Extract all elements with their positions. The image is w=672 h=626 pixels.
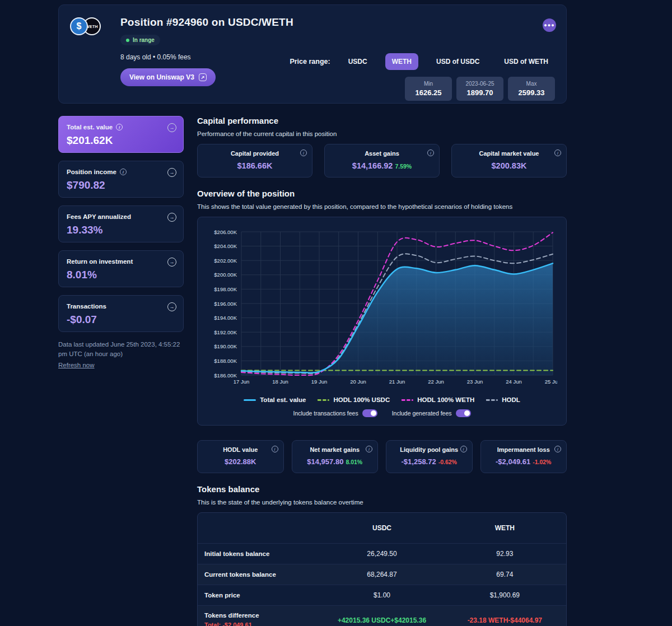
range-current-label: 2023-06-25 [463,81,497,87]
asset-gains-label: Asset gains [332,150,432,157]
range-min-value: 1626.25 [412,88,445,97]
info-icon[interactable]: i [554,446,561,452]
token-pair-icons: $ WETH [70,17,101,35]
svg-text:$190.00K: $190.00K [214,343,237,349]
info-icon[interactable]: i [554,150,561,156]
view-on-uniswap-label: View on Uniswap V3 [129,73,194,81]
table-row: Token price $1.00 $1,900.69 [198,585,566,606]
legend-line-icon [486,399,498,401]
info-icon[interactable]: i [120,169,127,175]
overview-title: Overview of the position [197,189,567,198]
capital-performance-cards: i Capital provided $186.66K i Asset gain… [197,144,567,177]
legend-item-hodl-100-weth: HODL 100% WETH [401,396,474,403]
liquidity-pool-gains-pct: -0.62% [438,459,457,465]
return-on-investment-card: Return on investment → 8.01% [58,250,184,287]
fees-apy-card: Fees APY annualized → 19.33% [58,205,184,242]
token-price-label: Token price [198,585,320,606]
price-range-selector: Price range: USDC WETH USD of USDC USD o… [290,53,555,70]
impermanent-loss-value: -$2,049.61 [496,457,530,466]
tokens-balance-subtitle: This is the state of the underlying toke… [197,499,567,506]
net-market-gains-label: Net market gains [299,446,371,453]
transactions-fees-toggle[interactable] [362,409,377,417]
initial-balance-weth: 92.93 [444,544,566,564]
svg-text:$194.00K: $194.00K [214,315,237,321]
total-est-value: $201.62K [67,134,175,147]
toggle-knob [371,410,376,416]
svg-text:24 Jun: 24 Jun [506,379,522,385]
capital-provided-card: i Capital provided $186.66K [197,144,312,177]
range-max-label: Max [515,81,548,87]
svg-text:$206.00K: $206.00K [214,229,237,235]
legend-item-total-est-value: Total est. value [244,396,306,403]
info-icon[interactable]: i [300,150,307,156]
total-est-value-label: Total est. value [67,124,113,130]
info-icon[interactable]: i [116,124,123,130]
svg-text:25 Jun: 25 Jun [545,379,557,385]
legend-line-icon [317,399,329,401]
external-link-icon: ↗ [199,73,207,81]
impermanent-loss-pct: -1.02% [533,459,551,465]
range-current-box: 2023-06-25 1899.70 [456,77,503,101]
roi-value: 8.01% [67,269,175,281]
svg-text:22 Jun: 22 Jun [428,379,444,385]
view-on-uniswap-button[interactable]: View on Uniswap V3 ↗ [120,68,216,86]
hodl-stat-cards: i HODL value $202.88K i Net market gains… [197,440,567,473]
tokens-difference-weth: -23.18 WETH-$44064.97 [444,606,566,626]
table-row: Tokens difference Total: -$2,049.61 +420… [198,606,566,626]
expand-arrow-icon[interactable]: → [167,168,176,177]
net-market-gains-value: $14,957.80 [307,457,343,466]
generated-fees-toggle[interactable] [456,409,471,417]
hodl-value-card: i HODL value $202.88K [197,440,284,473]
price-range-option-weth[interactable]: WETH [385,53,418,70]
range-current-value: 1899.70 [463,88,497,97]
svg-text:$202.00K: $202.00K [214,258,237,264]
tokens-difference-label: Tokens difference [204,612,314,619]
price-range-option-usd-of-weth[interactable]: USD of WETH [497,53,555,70]
token-price-usdc: $1.00 [320,585,443,606]
svg-text:$200.00K: $200.00K [214,272,237,278]
position-header-card: $ WETH Position #924960 on USDC/WETH In … [58,4,567,104]
expand-arrow-icon[interactable]: → [167,213,176,222]
expand-arrow-icon[interactable]: → [167,302,176,311]
main-panel: Capital performance Performance of the c… [197,116,567,626]
current-balance-label: Current tokens balance [198,564,320,585]
expand-arrow-icon[interactable]: → [167,258,176,267]
position-value-chart-card: $186.00K$188.00K$190.00K$192.00K$194.00K… [197,217,567,426]
transactions-value: -$0.07 [67,314,175,326]
legend-line-icon [401,399,413,401]
legend-item-hodl: HODL [486,396,520,403]
price-range-option-usdc[interactable]: USDC [342,53,374,70]
info-icon[interactable]: i [460,446,467,452]
price-range-option-usd-of-usdc[interactable]: USD of USDC [430,53,486,70]
info-icon[interactable]: i [366,446,372,452]
fees-apy-label: Fees APY annualized [67,213,131,220]
token-price-weth: $1,900.69 [444,585,566,606]
empty-header-cell [198,513,320,544]
svg-text:$186.00K: $186.00K [214,372,237,379]
usdc-token-icon: $ [70,17,88,35]
last-updated-text: Data last updated June 25th 2023, 4:55:2… [58,340,184,358]
status-badge-label: In range [133,37,155,43]
capital-performance-title: Capital performance [197,116,567,125]
expand-arrow-icon[interactable]: → [167,123,176,132]
range-min-box: Min 1626.25 [405,77,452,101]
svg-text:$198.00K: $198.00K [214,286,237,292]
tokens-balance-table-card: USDC WETH Initial tokens balance 26,249.… [197,512,567,626]
hodl-value: $202.88K [204,457,277,466]
transactions-card: Transactions → -$0.07 [58,295,184,332]
capital-market-value-card: i Capital market value $200.83K [451,144,567,177]
info-icon[interactable]: i [272,446,278,452]
info-icon[interactable]: i [427,150,434,156]
svg-text:23 Jun: 23 Jun [467,379,483,385]
table-row: Initial tokens balance 26,249.50 92.93 [198,544,566,564]
asset-gains-pct: 7.59% [395,163,412,170]
transactions-label: Transactions [67,303,106,310]
svg-text:$204.00K: $204.00K [214,243,237,249]
liquidity-pool-gains-label: Liquidity pool gains [393,446,465,453]
capital-provided-value: $186.66K [204,161,305,170]
svg-text:21 Jun: 21 Jun [389,379,405,385]
status-badge: In range [120,35,160,45]
price-range-label: Price range: [290,58,330,66]
refresh-now-link[interactable]: Refresh now [58,362,95,368]
ellipsis-menu-button[interactable]: ●●● [543,18,556,32]
